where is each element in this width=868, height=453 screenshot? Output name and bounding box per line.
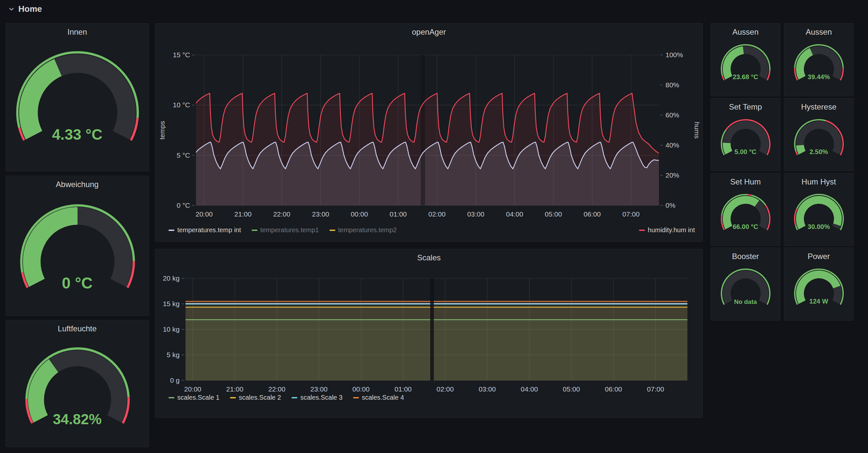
svg-text:23:00: 23:00	[312, 210, 330, 218]
svg-text:5 kg: 5 kg	[166, 351, 180, 358]
legend-series-color	[252, 230, 257, 231]
legend-series-label: temperatures.temp2	[338, 226, 397, 234]
panel-luftfeuchte: Luftfeuchte 34.82%	[6, 320, 149, 447]
panel-title[interactable]: Abweichung	[6, 180, 149, 189]
svg-text:03:00: 03:00	[479, 385, 496, 393]
legend-item-humidity-hum-int[interactable]: humidity.hum int	[639, 226, 695, 234]
legend-series-label: scales.Scale 3	[300, 394, 343, 401]
svg-text:07:00: 07:00	[622, 210, 640, 218]
svg-text:80%: 80%	[665, 81, 679, 89]
svg-text:15 °C: 15 °C	[173, 51, 190, 59]
panel-innen: Innen 4.33 °C	[6, 23, 149, 171]
legend-series-color	[168, 397, 175, 398]
svg-text:00:00: 00:00	[352, 385, 370, 393]
svg-text:21:00: 21:00	[234, 210, 252, 218]
panel-aussen-temp: Aussen 23.68 °C	[711, 23, 780, 96]
svg-text:0 °C: 0 °C	[177, 201, 190, 209]
legend-series-label: scales.Scale 1	[177, 394, 220, 401]
legend-series-label: humidity.hum int	[648, 226, 695, 234]
svg-text:20 kg: 20 kg	[163, 274, 180, 282]
svg-text:01:00: 01:00	[395, 385, 412, 393]
svg-text:06:00: 06:00	[605, 385, 622, 393]
legend-series-label: temperatures.temp int	[177, 226, 241, 234]
svg-text:hums: hums	[693, 122, 701, 138]
svg-text:20:00: 20:00	[196, 210, 213, 218]
legend-item-temperatures-temp2[interactable]: temperatures.temp2	[330, 226, 397, 234]
svg-text:20:00: 20:00	[184, 385, 202, 393]
time-series-plot-scales[interactable]: 20:0021:0022:0023:0000:0001:0002:0003:00…	[155, 249, 703, 417]
svg-text:20%: 20%	[665, 171, 679, 179]
svg-text:07:00: 07:00	[647, 385, 664, 393]
legend-openager: temperatures.temp inttemperatures.temp1t…	[168, 226, 397, 234]
svg-text:5 °C: 5 °C	[177, 152, 190, 159]
legend-item-scales-scale-4[interactable]: scales.Scale 4	[353, 394, 404, 401]
legend-series-label: scales.Scale 2	[239, 394, 281, 401]
panel-booster: Booster No data	[711, 248, 780, 321]
breadcrumb: Home	[8, 4, 42, 14]
svg-text:10 kg: 10 kg	[163, 325, 180, 333]
legend-item-temperatures-temp-int[interactable]: temperatures.temp int	[168, 226, 241, 234]
panel-aussen-hum: Aussen 39.44%	[784, 23, 854, 96]
panel-hysterese: Hysterese 2.50%	[784, 98, 854, 171]
panel-set-hum: Set Hum 66.00 °C	[711, 173, 780, 246]
svg-text:02:00: 02:00	[428, 210, 445, 218]
chevron-down-icon[interactable]	[8, 6, 15, 13]
panel-title[interactable]: openAger	[155, 28, 703, 37]
panel-title[interactable]: Booster	[711, 252, 780, 261]
breadcrumb-home[interactable]: Home	[18, 4, 42, 14]
svg-text:60%: 60%	[665, 111, 679, 119]
panel-set-temp: Set Temp 5.00 °C	[711, 98, 780, 171]
legend-series-color	[353, 397, 359, 398]
svg-text:0 g: 0 g	[170, 377, 180, 384]
time-series-plot-openager[interactable]: 20:0021:0022:0023:0000:0001:0002:0003:00…	[155, 24, 703, 241]
svg-text:22:00: 22:00	[273, 210, 290, 218]
legend-openager-right: humidity.hum int	[639, 226, 695, 234]
panel-title[interactable]: Set Temp	[711, 102, 780, 111]
panel-power: Power 124 W	[784, 248, 854, 321]
legend-item-scales-scale-1[interactable]: scales.Scale 1	[168, 394, 220, 401]
panel-title[interactable]: Power	[784, 252, 853, 261]
svg-text:06:00: 06:00	[584, 210, 601, 218]
svg-text:temps: temps	[158, 121, 166, 139]
svg-text:100%: 100%	[665, 51, 683, 59]
svg-text:21:00: 21:00	[226, 385, 243, 393]
panel-title[interactable]: Hysterese	[784, 102, 853, 111]
legend-series-color	[168, 230, 175, 231]
svg-text:15 kg: 15 kg	[163, 300, 180, 308]
legend-series-color	[230, 397, 236, 398]
svg-text:40%: 40%	[665, 141, 679, 149]
panel-title[interactable]: Innen	[6, 28, 149, 37]
legend-series-color	[330, 230, 335, 231]
panel-title[interactable]: Aussen	[711, 28, 780, 37]
legend-item-temperatures-temp1[interactable]: temperatures.temp1	[252, 226, 319, 234]
svg-text:23:00: 23:00	[310, 385, 328, 393]
legend-item-scales-scale-3[interactable]: scales.Scale 3	[291, 394, 343, 401]
panel-title[interactable]: Luftfeuchte	[6, 324, 149, 333]
legend-series-label: scales.Scale 4	[362, 394, 404, 401]
svg-text:03:00: 03:00	[467, 210, 485, 218]
panel-title[interactable]: Set Hum	[711, 177, 780, 187]
dashboard: Home Innen 4.33 °C Abweichung 0 °C Luftf…	[0, 0, 868, 453]
gauge-abweichung	[6, 176, 149, 316]
gauge-innen	[6, 24, 149, 172]
legend-series-color	[639, 230, 645, 231]
panel-abweichung: Abweichung 0 °C	[6, 175, 149, 316]
svg-text:05:00: 05:00	[545, 210, 562, 218]
panel-title[interactable]: Scales	[155, 253, 703, 262]
panel-openager: 20:0021:0022:0023:0000:0001:0002:0003:00…	[155, 23, 703, 242]
svg-text:05:00: 05:00	[563, 385, 580, 393]
gauge-luftfeuchte	[6, 320, 149, 447]
svg-text:04:00: 04:00	[521, 385, 538, 393]
legend-scales: scales.Scale 1scales.Scale 2scales.Scale…	[168, 394, 404, 401]
legend-item-scales-scale-2[interactable]: scales.Scale 2	[230, 394, 281, 401]
svg-text:00:00: 00:00	[351, 210, 368, 218]
panel-title[interactable]: Aussen	[784, 28, 853, 37]
svg-text:02:00: 02:00	[436, 385, 454, 393]
svg-text:0%: 0%	[665, 201, 675, 209]
panel-scales: 20:0021:0022:0023:0000:0001:0002:0003:00…	[155, 249, 703, 418]
svg-text:04:00: 04:00	[506, 210, 524, 218]
svg-text:01:00: 01:00	[390, 210, 407, 218]
panel-title[interactable]: Hum Hyst	[784, 177, 853, 187]
svg-text:22:00: 22:00	[268, 385, 286, 393]
panel-hum-hyst: Hum Hyst 30.00%	[784, 173, 854, 246]
